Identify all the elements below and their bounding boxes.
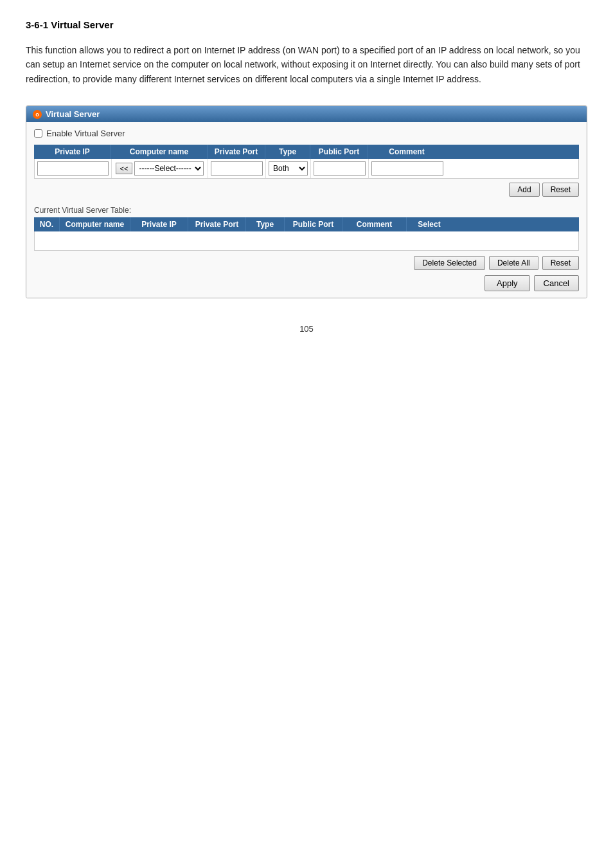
apply-cancel-row: Apply Cancel (34, 275, 579, 291)
type-cell: Both TCP UDP (266, 159, 311, 178)
col-comment: Comment (368, 145, 445, 159)
enable-row: Enable Virtual Server (34, 129, 579, 138)
col-computer-name: Computer name (111, 145, 208, 159)
panel-body: Enable Virtual Server Private IP Compute… (26, 122, 587, 298)
curr-col-no: NO. (34, 217, 60, 231)
page-description: This function allows you to redirect a p… (26, 43, 587, 86)
bottom-buttons: Delete Selected Delete All Reset (34, 256, 579, 270)
comment-input[interactable] (371, 161, 443, 176)
reset-button[interactable]: Reset (542, 183, 579, 197)
curr-col-private-ip: Private IP (130, 217, 188, 231)
computer-name-cell: << ------Select------ (112, 159, 208, 178)
page-title: 3-6-1 Virtual Server (26, 19, 587, 30)
private-port-cell (208, 159, 266, 178)
input-row: << ------Select------ Both TCP UDP (34, 159, 579, 179)
delete-selected-button[interactable]: Delete Selected (414, 256, 485, 270)
add-reset-row: Add Reset (34, 183, 579, 197)
reset-bottom-button[interactable]: Reset (542, 256, 579, 270)
panel-icon: o (33, 110, 42, 119)
private-ip-input[interactable] (37, 161, 109, 176)
col-private-ip: Private IP (34, 145, 111, 159)
page-number: 105 (26, 324, 587, 334)
computer-name-select[interactable]: ------Select------ (134, 161, 204, 176)
col-public-port: Public Port (310, 145, 368, 159)
type-select[interactable]: Both TCP UDP (269, 161, 308, 176)
input-table-header: Private IP Computer name Private Port Ty… (34, 145, 579, 159)
enable-checkbox[interactable] (34, 129, 42, 138)
current-table-label: Current Virtual Server Table: (34, 206, 579, 215)
col-private-port: Private Port (208, 145, 265, 159)
delete-all-button[interactable]: Delete All (489, 256, 538, 270)
panel-header: o Virtual Server (26, 106, 587, 122)
curr-col-private-port: Private Port (188, 217, 246, 231)
curr-col-public-port: Public Port (285, 217, 342, 231)
comment-cell (369, 159, 446, 178)
public-port-input[interactable] (314, 161, 366, 176)
add-button[interactable]: Add (509, 183, 539, 197)
curr-col-computer-name: Computer name (60, 217, 130, 231)
cancel-button[interactable]: Cancel (534, 275, 579, 291)
private-port-input[interactable] (211, 161, 263, 176)
col-type: Type (265, 145, 310, 159)
enable-label: Enable Virtual Server (46, 129, 125, 138)
apply-button[interactable]: Apply (484, 275, 530, 291)
current-table-header: NO. Computer name Private IP Private Por… (34, 217, 579, 231)
virtual-server-panel: o Virtual Server Enable Virtual Server P… (26, 105, 587, 298)
curr-col-type: Type (246, 217, 285, 231)
curr-col-comment: Comment (342, 217, 407, 231)
cc-button[interactable]: << (116, 163, 133, 174)
panel-title: Virtual Server (46, 109, 100, 119)
private-ip-cell (35, 159, 112, 178)
current-table-body (34, 231, 579, 251)
curr-col-select: Select (407, 217, 452, 231)
public-port-cell (311, 159, 369, 178)
